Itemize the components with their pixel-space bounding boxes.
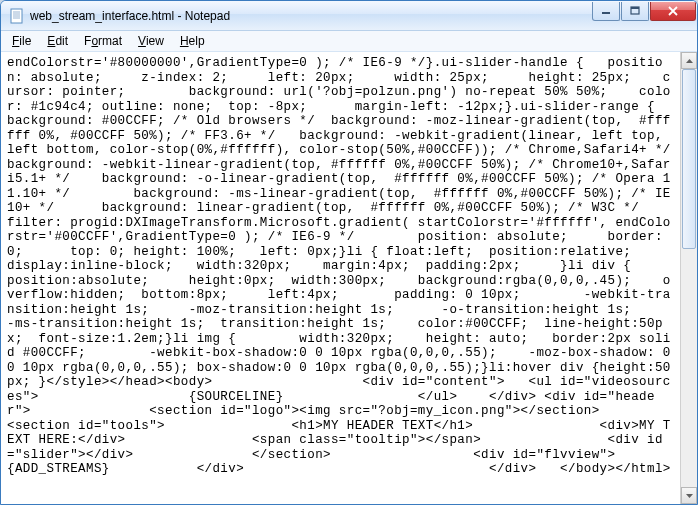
menu-view[interactable]: View [131,32,171,50]
editor-area: endColorstr='#80000000',GradientType=0 )… [1,52,697,504]
app-window: web_stream_interface.html - Notepad File… [0,0,698,505]
close-button[interactable] [650,2,696,21]
maximize-icon [630,6,640,16]
maximize-button[interactable] [621,2,649,21]
scroll-down-arrow-icon [686,494,693,498]
text-editor[interactable]: endColorstr='#80000000',GradientType=0 )… [1,52,680,504]
svg-rect-5 [602,12,610,14]
vertical-scrollbar[interactable] [680,52,697,504]
menu-help[interactable]: Help [173,32,212,50]
scroll-up-arrow-icon [686,59,693,63]
titlebar[interactable]: web_stream_interface.html - Notepad [1,1,697,31]
scroll-down-button[interactable] [681,487,697,504]
minimize-button[interactable] [592,2,620,21]
scroll-up-button[interactable] [681,52,697,69]
close-icon [667,6,679,16]
svg-rect-7 [631,7,639,9]
menu-format[interactable]: Format [77,32,129,50]
menu-edit[interactable]: Edit [40,32,75,50]
scroll-track[interactable] [681,69,697,487]
menu-file[interactable]: File [5,32,38,50]
minimize-icon [601,6,611,16]
scroll-thumb[interactable] [682,69,696,249]
notepad-icon [9,8,25,24]
window-title: web_stream_interface.html - Notepad [30,9,592,23]
window-controls [592,2,696,21]
menubar: File Edit Format View Help [1,31,697,52]
